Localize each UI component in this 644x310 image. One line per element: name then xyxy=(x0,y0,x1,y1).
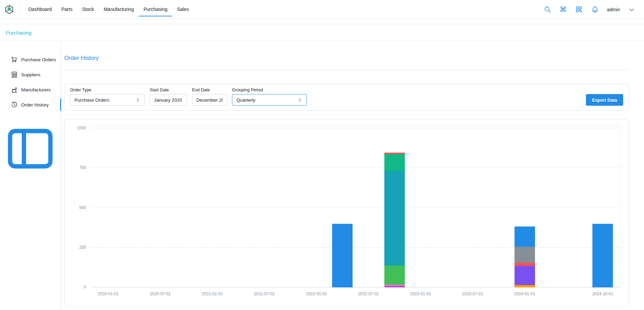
history-icon xyxy=(11,101,18,108)
tab-sales[interactable]: Sales xyxy=(172,3,194,16)
x-tick-label: 2023-01-01 xyxy=(410,292,431,296)
gridline: 250 xyxy=(91,247,620,248)
start-date-field: Start Date xyxy=(150,88,187,106)
bar-segment xyxy=(515,263,535,266)
shopping-cart-icon xyxy=(11,56,18,63)
heading-divider xyxy=(64,69,629,70)
sidebar-item-label: Manufacturers xyxy=(21,87,51,92)
bar-segment xyxy=(515,266,535,285)
selector-chevrons-icon xyxy=(135,98,140,103)
gridline: 750 xyxy=(91,168,620,168)
sidebar-item-order-history[interactable]: Order History xyxy=(0,97,60,112)
tab-label: Dashboard xyxy=(28,7,52,12)
tab-purchasing[interactable]: Purchasing xyxy=(139,3,172,16)
x-tick-label: 2024-10-01 xyxy=(592,292,613,296)
tab-label: Manufacturing xyxy=(104,7,134,12)
y-tick-label: 0 xyxy=(84,285,86,289)
bar-segment xyxy=(384,154,405,171)
bar-segment xyxy=(384,171,405,266)
bar-segment xyxy=(515,285,535,287)
gridline: 0 xyxy=(91,287,620,287)
order-type-select[interactable]: Purchase Orders xyxy=(70,94,145,106)
start-date-input[interactable] xyxy=(150,94,187,106)
end-date-label: End Date xyxy=(192,88,227,92)
tab-dashboard[interactable]: Dashboard xyxy=(24,3,57,16)
sidebar-toggle-icon[interactable] xyxy=(0,118,60,179)
tab-label: Stock xyxy=(82,7,94,12)
sidebar-item-label: Order History xyxy=(21,102,49,107)
stacked-bar-2024-10-01[interactable] xyxy=(592,224,613,287)
tab-label: Parts xyxy=(61,7,73,12)
bar-segment xyxy=(515,247,535,263)
content-area: Purchase Orders Suppliers Manufacturer xyxy=(0,41,644,310)
grouping-period-value: Quarterly xyxy=(236,98,256,103)
y-tick-label: 750 xyxy=(79,165,86,170)
bar-segment xyxy=(592,224,613,287)
y-tick-label: 1000 xyxy=(77,126,86,130)
end-date-field: End Date xyxy=(192,88,227,106)
x-tick-label: 2022-01-01 xyxy=(306,292,327,296)
x-tick-label: 2020-07-01 xyxy=(150,292,170,296)
export-data-button[interactable]: Export Data xyxy=(586,94,623,106)
tab-label: Purchasing xyxy=(143,7,167,12)
tab-label: Sales xyxy=(177,7,189,12)
building-factory-icon xyxy=(11,86,18,93)
main-panel: Order History Order Type Purchase Orders… xyxy=(61,41,644,310)
grouping-period-label: Grouping Period xyxy=(232,88,307,92)
sidebar-item-manufacturers[interactable]: Manufacturers xyxy=(0,82,60,97)
navbar-actions: ⌘ admin xyxy=(544,5,635,13)
breadcrumb-purchasing[interactable]: Purchasing xyxy=(6,30,31,36)
chevron-down-icon[interactable] xyxy=(628,6,635,13)
order-type-field: Order Type Purchase Orders xyxy=(70,88,145,106)
main-tabs: Dashboard Parts Stock Manufacturing Purc… xyxy=(20,0,197,19)
username-label: admin xyxy=(607,7,620,12)
gridline: 1000 xyxy=(91,128,620,128)
sidebar-item-purchase-orders[interactable]: Purchase Orders xyxy=(0,52,60,67)
x-tick-label: 2023-07-01 xyxy=(462,292,483,296)
order-type-value: Purchase Orders xyxy=(74,98,109,103)
sidebar: Purchase Orders Suppliers Manufacturer xyxy=(0,41,61,310)
grouping-period-select[interactable]: Quarterly xyxy=(232,94,307,106)
y-tick-label: 500 xyxy=(79,205,86,210)
chart-card: 025050075010002020-01-012020-07-012021-0… xyxy=(64,119,629,307)
start-date-label: Start Date xyxy=(150,88,187,92)
top-navbar: Dashboard Parts Stock Manufacturing Purc… xyxy=(0,0,644,19)
sidebar-item-suppliers[interactable]: Suppliers xyxy=(0,67,60,82)
bar-segment xyxy=(332,224,353,287)
tab-stock[interactable]: Stock xyxy=(77,3,99,16)
sidebar-item-label: Suppliers xyxy=(21,72,40,77)
selector-chevrons-icon xyxy=(297,98,302,103)
x-tick-label: 2024-01-01 xyxy=(514,292,535,296)
building-store-icon xyxy=(11,71,18,78)
sidebar-item-label: Purchase Orders xyxy=(21,57,56,62)
x-tick-label: 2021-01-01 xyxy=(202,292,223,296)
stacked-bar-2024-01-01[interactable] xyxy=(515,227,535,287)
bell-icon[interactable] xyxy=(591,5,599,13)
bar-segment xyxy=(515,227,535,247)
command-icon[interactable]: ⌘ xyxy=(560,6,567,13)
end-date-input[interactable] xyxy=(192,94,227,106)
bar-segment xyxy=(384,286,405,287)
gridline: 500 xyxy=(91,208,620,208)
x-tick-label: 2020-01-01 xyxy=(98,292,119,296)
search-icon[interactable] xyxy=(544,5,551,13)
qrcode-icon[interactable] xyxy=(575,5,583,13)
x-tick-label: 2022-07-01 xyxy=(358,292,379,296)
bar-segment xyxy=(384,266,405,284)
plot-area: 025050075010002020-01-012020-07-012021-0… xyxy=(91,125,620,287)
y-tick-label: 250 xyxy=(79,245,86,250)
order-type-label: Order Type xyxy=(70,88,145,92)
app-logo-icon[interactable] xyxy=(4,4,14,15)
x-tick-label: 2021-07-01 xyxy=(254,292,275,296)
grouping-period-field: Grouping Period Quarterly xyxy=(232,88,307,106)
stacked-bar-2022-10-01[interactable] xyxy=(384,153,405,287)
page-title: Order History xyxy=(64,54,629,62)
filter-card: Order Type Purchase Orders Start Date En… xyxy=(64,84,629,111)
tab-parts[interactable]: Parts xyxy=(57,3,78,16)
breadcrumb: Purchasing xyxy=(0,24,644,41)
stacked-bar-2022-04-01[interactable] xyxy=(332,224,353,287)
tab-manufacturing[interactable]: Manufacturing xyxy=(99,3,139,16)
